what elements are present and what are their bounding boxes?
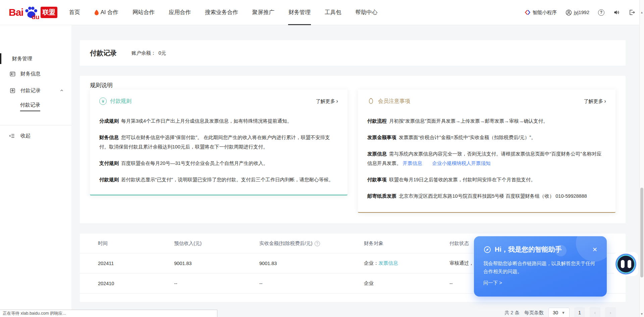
nav-item-ai[interactable]: AI 合作 — [87, 0, 125, 25]
payment-rules-card: ¥ 付款规则 了解更多› 分成规则每月第3或4个工作日产出上月分成信息及发票信息… — [90, 89, 347, 195]
total-count: 共 2 条 — [504, 310, 520, 316]
rules-card: 规则说明 ¥ 付款规则 了解更多› 分成规则每月第3或4个工作日产出上月分成信息… — [80, 76, 626, 223]
col-header-finance-object: 财务对象 — [364, 240, 449, 247]
bell-icon — [367, 98, 375, 105]
chevron-down-icon: ▼ — [561, 311, 565, 315]
sidebar-item-payment-records[interactable]: 付款记录 — [0, 82, 71, 99]
payment-rules-more-link[interactable]: 了解更多› — [316, 98, 338, 105]
cell-actual: -- — [259, 281, 364, 286]
user-icon — [566, 9, 572, 16]
sidebar: 财务管理 财务信息 付款记录 — [0, 25, 71, 317]
page-header-card: 付款记录 账户余额：0元 — [80, 40, 626, 66]
note-paragraph: 邮寄纸质发票北京市海淀区西北旺东路10号院百度科技园5号楼 百度联盟财务组（收）… — [367, 191, 606, 201]
assistant-message: 我会帮助您诊断合作链路问题，以及解答您关于任何合作相关的问题。 — [483, 259, 596, 275]
finance-info-icon — [9, 71, 16, 77]
robot-face-icon — [615, 254, 636, 274]
vertical-scrollbar[interactable]: ▲ ▼ — [639, 0, 644, 317]
rule-paragraph: 付款规则若付款状态显示“已支付”，说明联盟已安排了您的付款。支付后三个工作日内到… — [99, 175, 338, 184]
payment-records-icon — [9, 87, 16, 94]
sidebar-collapse-button[interactable]: 收起 — [0, 127, 71, 144]
logo-text-du: du — [32, 13, 39, 21]
page-title: 付款记录 — [90, 49, 117, 58]
mini-program-icon — [525, 9, 531, 15]
assistant-avatar[interactable] — [614, 252, 638, 276]
page-number-button[interactable]: 1 — [574, 307, 585, 317]
sidebar-section-finance[interactable]: 财务管理 — [0, 52, 71, 65]
note-paragraph: 付款事项联盟在每月19日之后签收的发票，付款时间安排在下个月首批支付。 — [367, 175, 606, 184]
scrollbar-thumb[interactable] — [640, 188, 643, 277]
scroll-down-arrow[interactable]: ▼ — [640, 312, 644, 316]
col-header-time: 时间 — [98, 240, 174, 247]
logo-text-bai: Bai — [9, 7, 23, 18]
baidu-union-logo[interactable]: Bai du 联盟 — [9, 5, 57, 19]
cell-estimated: -- — [174, 281, 259, 286]
browser-status-bar: 正在等待 xlab.baidu.com 的响应... — [0, 310, 217, 317]
nav-item-juping[interactable]: 聚屏推广 — [245, 0, 281, 25]
account-balance: 账户余额：0元 — [131, 50, 166, 56]
nav-item-finance[interactable]: 财务管理 — [281, 0, 318, 25]
member-notes-card: 会员注意事项 了解更多› 付款流程月初按“发票信息”页面开具发票→上传发票→邮寄… — [358, 89, 615, 213]
invoice-info-table-link[interactable]: 发票信息 — [379, 260, 398, 266]
cell-time: 202410 — [98, 281, 174, 286]
column-help-icon[interactable]: ? — [315, 241, 320, 246]
balance-value: 0元 — [159, 50, 166, 56]
close-icon[interactable]: ✕ — [592, 247, 597, 253]
nav-item-website[interactable]: 网站合作 — [125, 0, 162, 25]
page-size-select[interactable]: 30▼ — [548, 308, 570, 317]
cell-time: 202411 — [98, 261, 174, 266]
top-navbar: Bai du 联盟 首页 AI 合作 网站合作 应用合作 搜索业务合作 聚屏推广… — [0, 0, 644, 25]
yen-coin-icon: ¥ — [99, 98, 107, 105]
scroll-up-arrow[interactable]: ▲ — [640, 11, 644, 14]
note-paragraph: 发票信息需与系统内发票信息内容完全一致，否则无法支付。请根据发票信息页面中“百度… — [367, 149, 606, 168]
note-paragraph: 付款流程月初按“发票信息”页面开具发票→上传发票→邮寄发票→审核→确认支付。 — [367, 116, 606, 126]
rule-paragraph: 财务信息您可以在财务信息中选择“保留付款”。 在此期间您产生的收入将在账户内进行… — [99, 133, 338, 151]
assistant-popup: Hi，我是您的智能助手 ✕ 我会帮助您诊断合作链路问题，以及解答您关于任何合作相… — [474, 236, 607, 297]
payment-rules-title: 付款规则 — [110, 98, 131, 105]
member-notes-more-link[interactable]: 了解更多› — [584, 98, 606, 105]
rules-section-title: 规则说明 — [90, 81, 615, 89]
note-paragraph: 发票金额事项发票票面“价税合计”金额=系统中“实收金额（扣除税费后/元）”。 — [367, 133, 606, 142]
page-size-label: 每页条数 — [524, 310, 544, 316]
mini-program-entry[interactable]: 智能小程序 — [525, 9, 557, 16]
cell-estimated: 9001.83 — [174, 261, 259, 266]
nav-item-search-biz[interactable]: 搜索业务合作 — [198, 0, 245, 25]
sidebar-divider — [0, 125, 71, 125]
member-notes-title: 会员注意事项 — [378, 98, 410, 105]
col-header-estimated: 预估收入(元) — [174, 240, 259, 247]
cell-actual: 9001.83 — [259, 261, 364, 266]
flame-icon — [94, 10, 99, 15]
sidebar-item-finance-info[interactable]: 财务信息 — [0, 65, 71, 82]
small-taxpayer-notice-link[interactable]: 企业小规模纳税人开票须知 — [432, 161, 491, 166]
rule-paragraph: 分成规则每月第3或4个工作日产出上月分成信息及发票信息，如有特殊情况将提前通知。 — [99, 116, 338, 126]
ask-now-link[interactable]: 问一下 > — [483, 280, 597, 286]
next-page-button[interactable]: › — [605, 307, 616, 317]
nav-item-toolkit[interactable]: 工具包 — [318, 0, 348, 25]
baidu-paw-icon: du — [24, 5, 38, 19]
cell-finance-object: 企业：发票信息 — [364, 260, 449, 266]
logout-icon[interactable] — [629, 9, 635, 16]
sound-icon[interactable] — [613, 9, 620, 16]
cell-finance-object: 企业 — [364, 280, 449, 287]
compass-icon — [483, 246, 491, 254]
rule-paragraph: 支付规则百度联盟会在每月20号—31号支付企业会员上个自然月产生的收入。 — [99, 158, 338, 168]
help-icon[interactable]: ? — [598, 9, 604, 16]
navbar-right: 智能小程序 jyj1992 ? — [525, 9, 635, 16]
nav-item-app[interactable]: 应用合作 — [162, 0, 198, 25]
nav-item-home[interactable]: 首页 — [62, 0, 87, 25]
chevron-up-icon[interactable] — [59, 88, 64, 93]
nav-item-help-center[interactable]: 帮助中心 — [348, 0, 384, 25]
invoice-info-link[interactable]: 开票信息 — [403, 161, 422, 166]
col-header-actual: 实收金额(扣除税费后/元)? — [259, 240, 364, 247]
assistant-title: Hi，我是您的智能助手 — [495, 245, 562, 254]
user-account[interactable]: jyj1992 — [566, 9, 589, 16]
sidebar-subitem-payment-records[interactable]: 付款记录 — [0, 99, 71, 114]
prev-page-button[interactable]: ‹ — [590, 307, 600, 317]
logo-text-union: 联盟 — [41, 7, 57, 18]
main-nav: 首页 AI 合作 网站合作 应用合作 搜索业务合作 聚屏推广 财务管理 工具包 … — [62, 0, 385, 25]
collapse-icon — [9, 133, 15, 139]
